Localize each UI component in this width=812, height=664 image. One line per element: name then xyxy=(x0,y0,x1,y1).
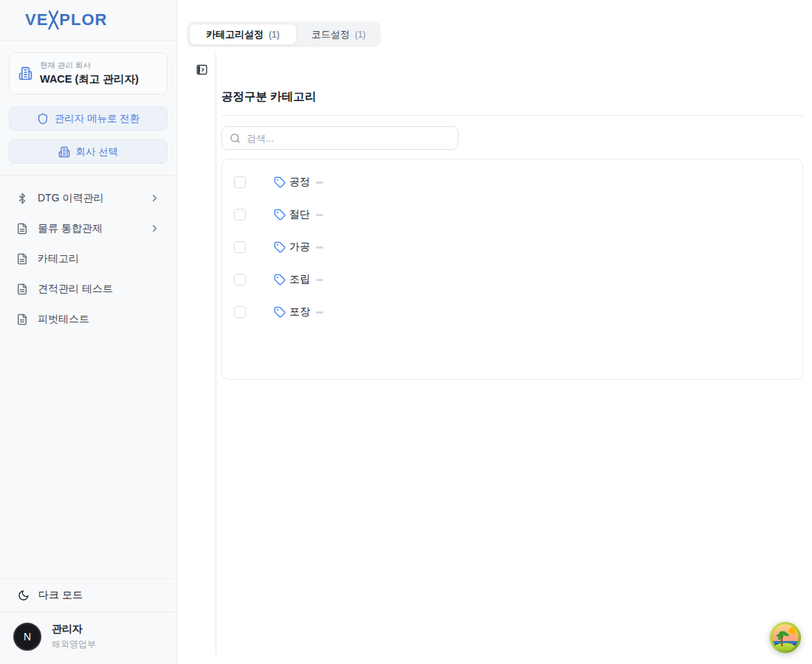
file-text-icon xyxy=(16,283,29,295)
panel-collapse-toggle[interactable] xyxy=(194,62,209,77)
current-company-card: 현재 관리 회사 WACE (최고 관리자) xyxy=(9,52,168,94)
panel-left-open-icon xyxy=(196,63,208,76)
sidebar-item-label: 물류 통합관제 xyxy=(38,222,140,235)
tag-icon xyxy=(274,209,286,221)
select-company-label: 회사 선택 xyxy=(76,145,119,159)
category-label: 가공 xyxy=(289,241,310,254)
bluetooth-icon xyxy=(16,193,29,204)
category-row-jorip[interactable]: 조립 xyxy=(234,266,802,293)
category-row-pojang[interactable]: 포장 xyxy=(234,299,802,325)
dark-mode-label: 다크 모드 xyxy=(38,589,83,602)
shield-icon xyxy=(37,113,49,125)
avatar-initial: N xyxy=(24,631,31,643)
sidebar-item-label: DTG 이력관리 xyxy=(38,192,140,205)
file-text-icon xyxy=(16,314,29,325)
building-icon xyxy=(18,66,32,80)
sidebar-item-label: 견적관리 테스트 xyxy=(38,283,160,296)
company-name: WACE (최고 관리자) xyxy=(40,72,139,86)
row-checkbox[interactable] xyxy=(234,209,246,221)
building-icon xyxy=(58,146,70,158)
category-row-gongjeong[interactable]: 공정 xyxy=(234,169,802,196)
sidebar-item-label: 피벗테스트 xyxy=(38,313,160,326)
tag-icon xyxy=(274,241,286,253)
tag-icon xyxy=(274,176,286,188)
row-checkbox[interactable] xyxy=(234,176,246,188)
title-divider xyxy=(221,115,803,116)
sidebar-spacer xyxy=(0,342,176,578)
sidebar: VE PLOR 현재 관리 회사 WACE (최고 관리자) xyxy=(0,0,177,664)
tab-label: 코드설정 xyxy=(312,28,350,41)
content-divider xyxy=(216,53,216,654)
logo-text-left: VE xyxy=(25,12,48,28)
sidebar-item-pivot-test[interactable]: 피벗테스트 xyxy=(9,304,168,334)
category-label: 절단 xyxy=(289,208,310,221)
tab-category-settings[interactable]: 카테고리설정 (1) xyxy=(189,24,297,45)
category-list-card: 공정 절단 가공 조립 xyxy=(221,159,803,380)
company-card-text: 현재 관리 회사 WACE (최고 관리자) xyxy=(40,60,139,86)
row-checkbox[interactable] xyxy=(234,274,246,286)
row-placeholder-dash xyxy=(316,214,323,216)
user-name: 관리자 xyxy=(52,623,96,636)
sidebar-item-dtg-history[interactable]: DTG 이력관리 xyxy=(9,183,168,213)
tab-count-badge: (1) xyxy=(355,30,366,40)
switch-admin-menu-button[interactable]: 관리자 메뉴로 전환 xyxy=(9,106,168,131)
tab-count-badge: (1) xyxy=(269,30,280,40)
chevron-right-icon xyxy=(149,223,160,234)
row-placeholder-dash xyxy=(316,181,323,184)
search-icon xyxy=(230,133,241,144)
logo-x-icon xyxy=(47,9,60,31)
sidebar-top: 현재 관리 회사 WACE (최고 관리자) 관리자 메뉴로 전환 회사 선택 xyxy=(0,41,176,164)
category-label: 포장 xyxy=(289,305,310,319)
tag-icon xyxy=(274,274,286,286)
switch-admin-menu-label: 관리자 메뉴로 전환 xyxy=(55,112,140,125)
moon-icon xyxy=(18,589,30,601)
tropical-island-button[interactable] xyxy=(769,621,802,654)
tab-code-settings[interactable]: 코드설정 (1) xyxy=(298,24,379,45)
sidebar-item-estimate-test[interactable]: 견적관리 테스트 xyxy=(9,274,168,304)
tag-icon xyxy=(274,306,286,318)
row-checkbox[interactable] xyxy=(234,241,246,253)
user-department: 해외영업부 xyxy=(52,638,96,651)
chevron-right-icon xyxy=(149,193,160,204)
app-root: VE PLOR 현재 관리 회사 WACE (최고 관리자) xyxy=(0,0,812,664)
select-company-button[interactable]: 회사 선택 xyxy=(9,139,168,164)
panel-title: 공정구분 카테고리 xyxy=(221,89,316,105)
sidebar-item-category[interactable]: 카테고리 xyxy=(9,243,168,274)
sidebar-nav: DTG 이력관리 물류 통합관제 카테고리 xyxy=(0,176,176,342)
row-placeholder-dash xyxy=(316,246,323,249)
user-meta: 관리자 해외영업부 xyxy=(52,623,96,651)
avatar: N xyxy=(13,623,41,651)
category-row-jeoldan[interactable]: 절단 xyxy=(234,201,802,228)
category-row-gagong[interactable]: 가공 xyxy=(234,234,802,260)
row-checkbox[interactable] xyxy=(234,306,246,318)
logo-bar: VE PLOR xyxy=(0,0,176,41)
sidebar-item-logistics-control[interactable]: 물류 통합관제 xyxy=(9,213,168,243)
category-label: 공정 xyxy=(289,176,310,189)
company-card-label: 현재 관리 회사 xyxy=(40,60,139,71)
file-text-icon xyxy=(16,223,29,235)
category-search xyxy=(221,126,458,150)
tab-label: 카테고리설정 xyxy=(206,28,264,41)
settings-tabbar: 카테고리설정 (1) 코드설정 (1) xyxy=(187,21,381,47)
row-placeholder-dash xyxy=(316,311,323,314)
sidebar-item-label: 카테고리 xyxy=(38,252,160,266)
logo-text-right: PLOR xyxy=(59,12,107,28)
row-placeholder-dash xyxy=(316,279,323,281)
user-profile[interactable]: N 관리자 해외영업부 xyxy=(0,612,176,664)
search-input[interactable] xyxy=(247,133,450,144)
tropical-island-icon xyxy=(769,621,802,654)
vexplor-logo[interactable]: VE PLOR xyxy=(25,9,107,31)
category-label: 조립 xyxy=(289,273,310,286)
file-text-icon xyxy=(16,253,29,265)
dark-mode-toggle[interactable]: 다크 모드 xyxy=(0,578,176,612)
